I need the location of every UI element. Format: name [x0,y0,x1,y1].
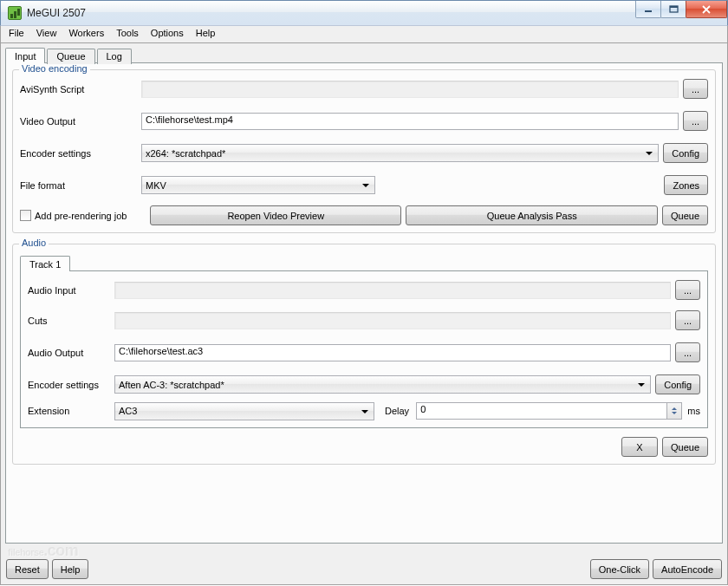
prerender-checkbox[interactable] [20,210,31,221]
zones-button[interactable]: Zones [664,175,708,195]
one-click-button[interactable]: One-Click [590,559,649,579]
video-encoder-label: Encoder settings [20,148,141,159]
audio-track-body: Audio Input ... Cuts ... Audio Output C:… [20,270,708,428]
delay-unit: ms [687,406,700,416]
video-encoding-group: Video encoding AviSynth Script ... Video… [12,69,716,233]
main-tabs: Input Queue Log [5,47,723,62]
video-config-button[interactable]: Config [663,143,708,163]
close-button[interactable] [686,1,727,18]
footer: Reset Help One-Click AutoEncode [6,559,722,579]
app-icon [8,6,22,20]
title-bar: MeGUI 2507 [0,0,728,26]
audio-queue-button[interactable]: Queue [662,437,708,457]
video-output-label: Video Output [20,116,141,127]
cuts-browse-button[interactable]: ... [675,310,700,330]
autoencode-button[interactable]: AutoEncode [653,559,722,579]
reset-button[interactable]: Reset [6,559,49,579]
avisynth-label: AviSynth Script [20,84,141,94]
menu-bar: File View Workers Tools Options Help [0,26,728,43]
audio-legend: Audio [19,238,49,248]
audio-output-field[interactable]: C:\filehorse\test.ac3 [114,344,671,361]
menu-view[interactable]: View [30,26,63,42]
svg-rect-0 [645,10,652,12]
menu-workers[interactable]: Workers [62,26,110,42]
delay-input[interactable]: 0 [416,402,667,420]
extension-select[interactable]: AC3 [114,402,374,420]
audio-encoder-label: Encoder settings [28,380,114,390]
audio-output-label: Audio Output [28,348,114,358]
delay-spinner[interactable] [667,402,682,420]
file-format-label: File format [20,180,141,191]
prerender-label: Add pre-rendering job [35,211,146,221]
audio-x-button[interactable]: X [621,437,658,457]
extension-label: Extension [28,406,114,416]
video-output-input[interactable]: C:\filehorse\test.mp4 [141,113,679,130]
video-encoder-select[interactable]: x264: *scratchpad* [141,144,659,162]
reopen-preview-button[interactable]: Reopen Video Preview [150,205,401,225]
tab-queue[interactable]: Queue [47,49,94,64]
help-button[interactable]: Help [52,559,89,579]
video-queue-button[interactable]: Queue [662,205,708,225]
avisynth-input[interactable] [141,81,679,98]
cuts-field[interactable] [114,312,671,329]
menu-tools[interactable]: Tools [110,26,145,42]
audio-config-button[interactable]: Config [655,374,700,394]
audio-group: Audio Track 1 Audio Input ... Cuts ... [12,244,716,465]
avisynth-browse-button[interactable]: ... [683,79,708,99]
video-output-browse-button[interactable]: ... [683,111,708,131]
menu-file[interactable]: File [3,26,30,42]
delay-label: Delay [385,406,409,416]
tab-body-input: Video encoding AviSynth Script ... Video… [5,62,723,544]
audio-input-label: Audio Input [28,285,114,296]
svg-rect-2 [670,6,678,8]
window-title: MeGUI 2507 [27,7,86,19]
menu-help[interactable]: Help [190,26,222,42]
audio-input-field[interactable] [114,282,671,299]
file-format-select[interactable]: MKV [141,176,375,194]
tab-log[interactable]: Log [97,49,132,64]
minimize-button[interactable] [635,1,661,18]
menu-options[interactable]: Options [145,26,190,42]
tab-input[interactable]: Input [5,48,45,63]
queue-analysis-button[interactable]: Queue Analysis Pass [406,205,657,225]
cuts-label: Cuts [28,316,114,326]
audio-output-browse-button[interactable]: ... [675,342,700,362]
audio-input-browse-button[interactable]: ... [675,280,700,300]
audio-encoder-select[interactable]: Aften AC-3: *scratchpad* [114,375,651,394]
tab-track-1[interactable]: Track 1 [20,256,70,271]
video-legend: Video encoding [19,63,90,74]
maximize-button[interactable] [660,1,686,18]
